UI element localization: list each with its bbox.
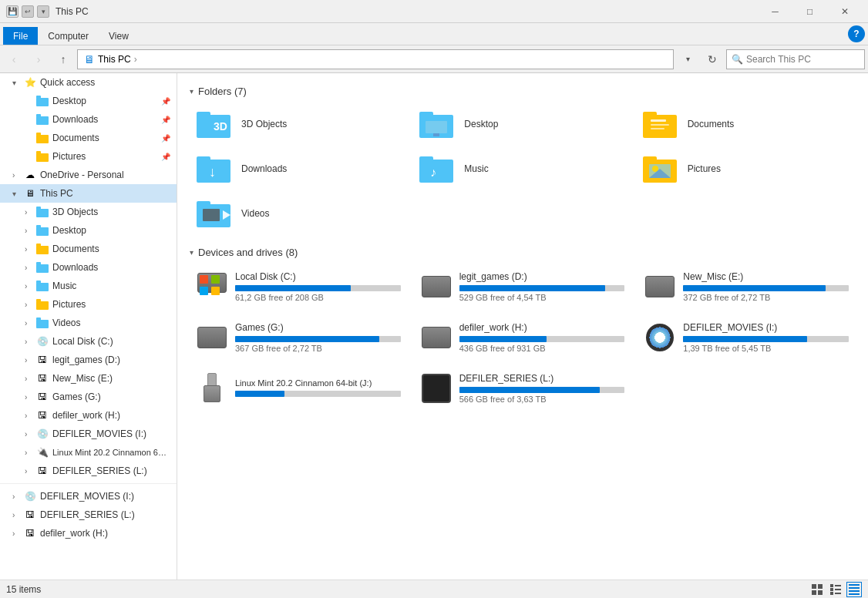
save-icon: 💾 xyxy=(6,5,19,18)
sidebar-quick-access[interactable]: ▾ ⭐ Quick access xyxy=(0,73,177,92)
address-path[interactable]: 🖥 This PC › xyxy=(77,49,674,69)
expand-arrow: › xyxy=(25,282,35,291)
sidebar-item-g-drive[interactable]: › 🖫 Games (G:) xyxy=(0,388,177,406)
list-view-button[interactable] xyxy=(828,582,843,597)
svg-rect-4 xyxy=(36,135,49,143)
tab-file[interactable]: File xyxy=(3,27,38,45)
sidebar-item-e-drive[interactable]: › 🖫 New_Misc (E:) xyxy=(0,369,177,388)
sidebar-item-h-drive[interactable]: › 🖫 defiler_work (H:) xyxy=(0,406,177,425)
folders-section-header[interactable]: ▾ Folders (7) xyxy=(190,86,856,97)
path-this-pc: This PC xyxy=(98,54,131,65)
folder-downloads[interactable]: ↓ Downloads xyxy=(190,148,409,190)
sidebar-onedrive[interactable]: › ☁ OneDrive - Personal xyxy=(0,166,177,184)
up-button[interactable]: ↑ xyxy=(52,49,74,70)
folder-3d-objects[interactable]: 3D 3D Objects xyxy=(190,103,409,145)
expand-arrow: › xyxy=(25,356,35,365)
svg-text:↓: ↓ xyxy=(209,164,216,180)
sidebar-item-pictures2[interactable]: › Pictures xyxy=(0,295,177,314)
sidebar-item-defiler-movies[interactable]: › 💿 DEFILER_MOVIES (I:) xyxy=(0,487,177,506)
back-button[interactable]: ‹ xyxy=(3,49,25,70)
drive-i-space: 1,39 TB free of 5,45 TB xyxy=(683,344,849,353)
sidebar-item-documents2[interactable]: › Documents xyxy=(0,240,177,258)
drive-j[interactable]: Linux Mint 20.2 Cinnamon 64-bit (J:) xyxy=(190,366,408,411)
drive-g[interactable]: Games (G:) 367 GB free of 2,72 TB xyxy=(190,315,408,360)
sidebar-label-3d-objects: 3D Objects xyxy=(52,207,170,217)
drive-d[interactable]: legit_games (D:) 529 GB free of 4,54 TB xyxy=(414,264,632,309)
sidebar-item-d-drive[interactable]: › 🖫 legit_games (D:) xyxy=(0,351,177,369)
large-icons-view-button[interactable] xyxy=(809,582,825,597)
sidebar-item-desktop[interactable]: Desktop 📌 xyxy=(0,92,177,110)
drive-icon: 🖫 xyxy=(35,390,49,404)
search-input[interactable] xyxy=(746,54,862,65)
sidebar-item-j-drive[interactable]: › 🔌 Linux Mint 20.2 Cinnamon 64-bit xyxy=(0,443,177,462)
drive-l[interactable]: DEFILER_SERIES (L:) 566 GB free of 3,63 … xyxy=(414,366,632,411)
folder-3d-icon xyxy=(35,205,49,219)
sidebar-item-desktop2[interactable]: › Desktop xyxy=(0,221,177,240)
sidebar-item-defiler-work[interactable]: › 🖫 defiler_work (H:) xyxy=(0,524,177,543)
folder-icon xyxy=(35,223,49,237)
folder-icon xyxy=(35,131,49,145)
folder-music-label: Music xyxy=(464,163,488,174)
close-button[interactable]: ✕ xyxy=(827,0,862,23)
search-box[interactable]: 🔍 xyxy=(726,49,865,69)
drive-c-bar xyxy=(235,285,401,291)
help-button[interactable]: ? xyxy=(848,25,865,42)
tab-view[interactable]: View xyxy=(99,27,139,45)
folder-icon xyxy=(35,279,49,293)
sidebar-item-music[interactable]: › Music xyxy=(0,277,177,295)
svg-rect-62 xyxy=(849,593,860,595)
dropdown-button[interactable]: ▾ xyxy=(677,49,698,70)
folder-desktop[interactable]: Desktop xyxy=(412,103,632,145)
svg-rect-15 xyxy=(36,262,41,265)
folder-music[interactable]: ♪ Music xyxy=(412,148,632,190)
expand-arrow: ▾ xyxy=(12,190,23,198)
folder-desktop-icon xyxy=(419,109,456,139)
sidebar-label-defiler-series: DEFILER_SERIES (L:) xyxy=(40,509,170,520)
sidebar-this-pc[interactable]: ▾ 🖥 This PC xyxy=(0,184,177,203)
sidebar-item-defiler-series[interactable]: › 🖫 DEFILER_SERIES (L:) xyxy=(0,506,177,524)
expand-arrow: › xyxy=(25,375,35,383)
sidebar-item-documents[interactable]: Documents 📌 xyxy=(0,129,177,147)
drive-h[interactable]: defiler_work (H:) 436 GB free of 931 GB xyxy=(414,315,632,360)
maximize-button[interactable]: □ xyxy=(792,0,827,23)
sidebar-item-l-drive[interactable]: › 🖫 DEFILER_SERIES (L:) xyxy=(0,462,177,480)
drives-section-header[interactable]: ▾ Devices and drives (8) xyxy=(190,247,856,258)
drive-icon: 🖫 xyxy=(35,408,49,422)
details-view-button[interactable] xyxy=(846,582,862,597)
pin-icon: 📌 xyxy=(161,134,170,143)
sidebar-label-this-pc: This PC xyxy=(40,188,170,199)
expand-arrow: › xyxy=(25,430,35,438)
drive-dvd-icon: 💿 xyxy=(35,427,49,441)
folder-icon xyxy=(35,150,49,163)
sidebar-item-pictures[interactable]: Pictures 📌 xyxy=(0,147,177,166)
ribbon: File Computer View ? xyxy=(0,23,868,45)
drive-g-bar xyxy=(235,336,401,342)
svg-rect-17 xyxy=(36,281,41,284)
refresh-button[interactable]: ↻ xyxy=(701,49,723,70)
forward-button[interactable]: › xyxy=(28,49,49,70)
onedrive-icon: ☁ xyxy=(23,168,37,182)
expand-arrow: › xyxy=(25,412,35,420)
folder-videos[interactable]: Videos xyxy=(190,193,409,234)
folder-documents-icon xyxy=(643,109,680,139)
sidebar-item-3d-objects[interactable]: › 3D Objects xyxy=(0,203,177,221)
sidebar-item-videos[interactable]: › Videos xyxy=(0,314,177,332)
folder-documents-label: Documents xyxy=(688,119,735,129)
drive-d-info: legit_games (D:) 529 GB free of 4,54 TB xyxy=(459,271,625,302)
pin-icon: 📌 xyxy=(161,97,170,106)
minimize-button[interactable]: ─ xyxy=(758,0,792,23)
title-controls: ─ □ ✕ xyxy=(758,0,862,23)
drive-i[interactable]: DEFILER_MOVIES (I:) 1,39 TB free of 5,45… xyxy=(638,315,856,360)
svg-rect-16 xyxy=(36,283,49,291)
drive-c[interactable]: Local Disk (C:) 61,2 GB free of 208 GB xyxy=(190,264,408,309)
sidebar-item-downloads2[interactable]: › Downloads xyxy=(0,258,177,277)
drive-e-name: New_Misc (E:) xyxy=(683,271,849,282)
tab-computer[interactable]: Computer xyxy=(38,27,99,45)
sidebar-item-downloads[interactable]: Downloads 📌 xyxy=(0,110,177,129)
sidebar-item-i-drive[interactable]: › 💿 DEFILER_MOVIES (I:) xyxy=(0,425,177,443)
folder-documents[interactable]: Documents xyxy=(636,103,856,145)
drive-h-icon xyxy=(421,322,452,353)
folder-pictures[interactable]: Pictures xyxy=(636,148,856,190)
drive-e[interactable]: New_Misc (E:) 372 GB free of 2,72 TB xyxy=(638,264,856,309)
sidebar-item-c-drive[interactable]: › 💿 Local Disk (C:) xyxy=(0,332,177,351)
